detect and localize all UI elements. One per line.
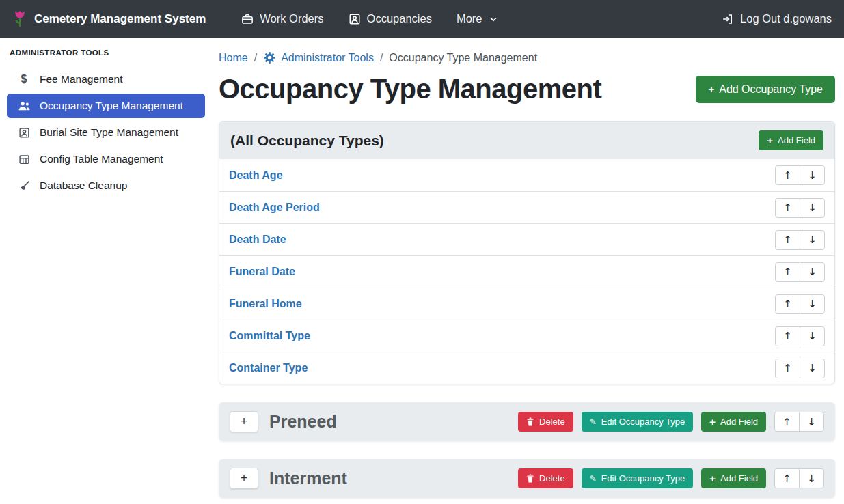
sidebar-item-burial-site-type-management[interactable]: Burial Site Type Management — [7, 120, 205, 145]
plus-icon: + — [767, 135, 773, 145]
field-link-death-age-period[interactable]: Death Age Period — [229, 201, 320, 214]
sidebar-item-label: Fee Management — [40, 73, 123, 85]
breadcrumb-administrator-tools[interactable]: Administrator Tools — [263, 51, 374, 64]
move-up-button[interactable]: ↑ — [774, 412, 800, 432]
section-title: Interment — [269, 468, 347, 488]
nav-occupancies-label: Occupancies — [367, 12, 432, 25]
plus-icon: + — [709, 417, 716, 427]
title-row: Occupancy Type Management + Add Occupanc… — [219, 74, 835, 104]
move-up-button[interactable]: ↑ — [775, 262, 800, 282]
move-down-button[interactable]: ↓ — [800, 165, 825, 185]
nav-work-orders[interactable]: Work Orders — [241, 12, 323, 25]
add-field-label: Add Field — [778, 135, 815, 145]
users-icon — [17, 100, 31, 111]
sidebar-item-label: Occupancy Type Management — [40, 100, 183, 112]
delete-button[interactable]: Delete — [518, 412, 573, 432]
move-up-button[interactable]: ↑ — [775, 230, 800, 250]
move-down-button[interactable]: ↓ — [800, 326, 825, 346]
sidebar-heading: ADMINISTRATOR TOOLS — [0, 42, 212, 65]
table-icon — [17, 154, 31, 165]
breadcrumb-separator: / — [380, 52, 383, 64]
move-up-button[interactable]: ↑ — [775, 326, 800, 346]
field-row: Death Age ↑ ↓ — [219, 159, 834, 191]
edit-occupancy-type-button[interactable]: ✎ Edit Occupancy Type — [582, 412, 694, 432]
expand-button[interactable]: + — [230, 468, 258, 489]
main-content: Home / Administrator Tools / Occupancy T… — [212, 38, 844, 504]
chevron-down-icon — [489, 14, 498, 24]
breadcrumb-current: Occupancy Type Management — [389, 52, 537, 64]
move-down-button[interactable]: ↓ — [799, 468, 824, 488]
sidebar-item-fee-management[interactable]: $ Fee Management — [7, 67, 205, 92]
occupancy-type-section-preneed: + Preneed Delete ✎ Edit Occupancy Type +… — [219, 402, 835, 441]
add-field-button[interactable]: + Add Field — [701, 468, 766, 488]
delete-label: Delete — [539, 417, 565, 427]
move-up-button[interactable]: ↑ — [775, 198, 800, 218]
logout-label: Log Out d.gowans — [740, 12, 832, 25]
reorder-buttons: ↑ ↓ — [775, 294, 825, 314]
add-occupancy-type-button[interactable]: + Add Occupancy Type — [696, 76, 835, 103]
reorder-buttons: ↑ ↓ — [775, 198, 825, 218]
breadcrumb: Home / Administrator Tools / Occupancy T… — [219, 51, 835, 64]
app-title: Cemetery Management System — [34, 12, 206, 26]
app-brand[interactable]: Cemetery Management System — [12, 10, 206, 29]
field-link-death-age[interactable]: Death Age — [229, 169, 283, 182]
field-link-funeral-date[interactable]: Funeral Date — [229, 266, 295, 278]
plus-icon: + — [709, 473, 716, 484]
breadcrumb-administrator-tools-label: Administrator Tools — [281, 52, 374, 64]
add-field-button[interactable]: + Add Field — [759, 130, 823, 150]
field-link-committal-type[interactable]: Committal Type — [229, 330, 310, 342]
reorder-buttons: ↑ ↓ — [775, 326, 825, 346]
trash-icon — [526, 417, 534, 426]
reorder-buttons: ↑ ↓ — [775, 165, 825, 185]
breadcrumb-separator: / — [254, 52, 257, 64]
field-link-death-date[interactable]: Death Date — [229, 234, 286, 246]
reorder-buttons: ↑ ↓ — [775, 230, 825, 250]
field-link-container-type[interactable]: Container Type — [229, 362, 308, 374]
page-title: Occupancy Type Management — [219, 74, 601, 104]
sidebar: ADMINISTRATOR TOOLS $ Fee Management Occ… — [0, 38, 212, 504]
nav-occupancies[interactable]: Occupancies — [349, 12, 432, 25]
sidebar-item-label: Database Cleanup — [40, 180, 127, 192]
logout-button[interactable]: Log Out d.gowans — [722, 12, 832, 25]
move-down-button[interactable]: ↓ — [800, 198, 825, 218]
delete-label: Delete — [539, 473, 565, 484]
nav-more-label: More — [457, 12, 482, 25]
trash-icon — [526, 474, 534, 483]
edit-occupancy-type-button[interactable]: ✎ Edit Occupancy Type — [582, 468, 694, 488]
pencil-icon: ✎ — [590, 418, 597, 426]
field-row: Container Type ↑ ↓ — [219, 352, 834, 384]
tulip-logo-icon — [12, 10, 27, 29]
add-occupancy-type-label: Add Occupancy Type — [719, 83, 823, 96]
person-frame-icon — [17, 127, 31, 139]
section-actions: Delete ✎ Edit Occupancy Type + Add Field… — [518, 468, 824, 488]
move-down-button[interactable]: ↓ — [800, 230, 825, 250]
sidebar-item-database-cleanup[interactable]: Database Cleanup — [7, 173, 205, 198]
move-down-button[interactable]: ↓ — [800, 294, 825, 314]
add-field-label: Add Field — [720, 473, 758, 484]
sidebar-item-occupancy-type-management[interactable]: Occupancy Type Management — [7, 94, 205, 118]
field-row: Committal Type ↑ ↓ — [219, 320, 834, 352]
occupancies-icon — [349, 13, 361, 25]
section-actions: Delete ✎ Edit Occupancy Type + Add Field… — [518, 412, 824, 432]
move-up-button[interactable]: ↑ — [775, 294, 800, 314]
pencil-icon: ✎ — [590, 475, 597, 483]
nav-more[interactable]: More — [457, 12, 498, 25]
move-up-button[interactable]: ↑ — [775, 165, 800, 185]
field-link-funeral-home[interactable]: Funeral Home — [229, 298, 302, 310]
reorder-buttons: ↑ ↓ — [775, 359, 825, 378]
sidebar-item-config-table-management[interactable]: Config Table Management — [7, 147, 205, 171]
move-down-button[interactable]: ↓ — [800, 359, 825, 378]
gear-icon — [263, 51, 276, 64]
breadcrumb-home[interactable]: Home — [219, 52, 248, 64]
expand-button[interactable]: + — [230, 411, 258, 432]
move-down-button[interactable]: ↓ — [799, 412, 824, 432]
move-up-button[interactable]: ↑ — [774, 468, 800, 488]
sidebar-item-label: Config Table Management — [40, 153, 163, 165]
move-up-button[interactable]: ↑ — [775, 359, 800, 378]
broom-icon — [17, 180, 31, 192]
all-occupancy-types-title: (All Occupancy Types) — [230, 132, 384, 149]
field-row: Death Date ↑ ↓ — [219, 223, 834, 255]
delete-button[interactable]: Delete — [518, 468, 573, 488]
move-down-button[interactable]: ↓ — [800, 262, 825, 282]
add-field-button[interactable]: + Add Field — [701, 412, 766, 432]
